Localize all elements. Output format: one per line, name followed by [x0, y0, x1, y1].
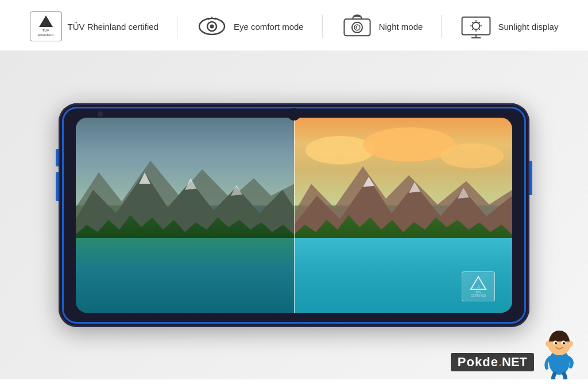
svg-point-8: [354, 25, 360, 30]
eye-comfort-icon: [196, 10, 228, 42]
svg-rect-9: [462, 17, 490, 35]
svg-point-41: [563, 342, 565, 344]
night-mode-icon: [341, 10, 373, 42]
front-camera: [98, 111, 103, 117]
divider-2: [322, 15, 323, 38]
screen-divider: [294, 118, 295, 313]
svg-text:△: △: [477, 284, 481, 288]
feature-night: Night mode: [341, 10, 423, 42]
pokde-logo: Pokde.NET: [451, 353, 534, 371]
svg-point-2: [210, 25, 214, 29]
notch: [288, 108, 300, 121]
phone-frame: △ TÜVCERTIFIED: [59, 103, 529, 327]
divider-3: [441, 15, 442, 38]
svg-point-43: [568, 341, 573, 347]
power-button[interactable]: [529, 161, 532, 195]
pokde-branding: [536, 322, 582, 374]
feature-sunlight: Sunlight display: [460, 10, 558, 42]
svg-point-42: [546, 341, 550, 347]
feature-tuv: TÜVRheinland TÜV Rheinland certified: [30, 10, 158, 42]
feature-eye: Eye comfort mode: [196, 10, 304, 42]
volume-up-button[interactable]: [56, 149, 59, 166]
svg-line-17: [473, 22, 474, 23]
svg-rect-6: [344, 19, 370, 36]
svg-point-40: [555, 342, 557, 344]
sunlight-display-icon: [460, 10, 492, 42]
pokde-logo-net: NET: [502, 355, 527, 369]
tuv-label: TÜV Rheinland certified: [68, 22, 158, 32]
tuv-badge-screen: △ TÜVCERTIFIED: [462, 271, 495, 301]
eye-comfort-label: Eye comfort mode: [234, 22, 304, 32]
phone-area: △ TÜVCERTIFIED: [0, 51, 588, 379]
pokde-logo-text: Pokde: [458, 355, 498, 369]
svg-point-12: [473, 22, 480, 30]
phone-screen: △ TÜVCERTIFIED: [76, 118, 512, 313]
svg-line-20: [473, 29, 474, 30]
night-mode-label: Night mode: [379, 22, 423, 32]
tuv-certified-icon: TÜVRheinland: [30, 10, 62, 42]
volume-down-button[interactable]: [56, 172, 59, 201]
svg-point-7: [352, 22, 362, 33]
sunlight-label: Sunlight display: [498, 22, 558, 32]
svg-line-18: [479, 29, 480, 30]
features-bar: TÜVRheinland TÜV Rheinland certified Eye…: [0, 0, 588, 51]
screen-left-panel: [76, 118, 294, 313]
svg-line-19: [479, 22, 480, 23]
divider-1: [177, 15, 177, 38]
pokde-mascot: [536, 322, 582, 374]
